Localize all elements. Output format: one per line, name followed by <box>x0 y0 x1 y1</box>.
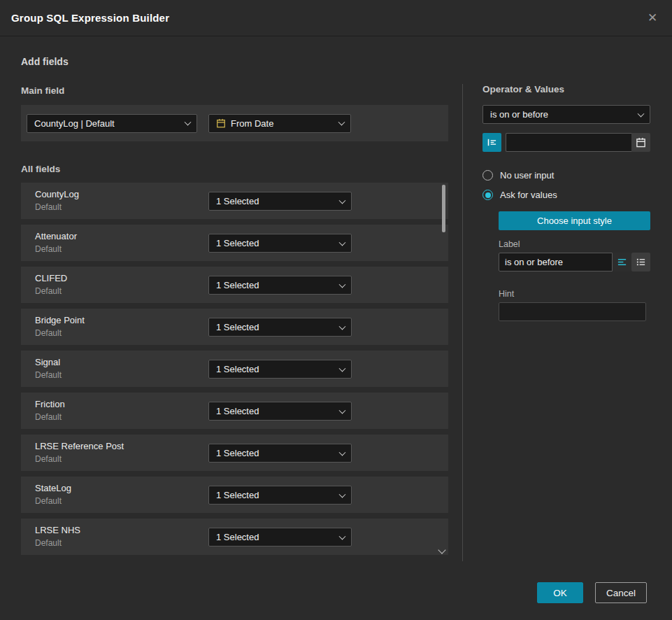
field-row: CountyLog Default 1 Selected <box>21 183 448 219</box>
chevron-down-icon <box>339 197 346 204</box>
scroll-down-icon[interactable] <box>436 546 448 557</box>
chevron-down-icon <box>339 491 346 498</box>
add-fields-heading: Add fields <box>21 56 69 67</box>
chevron-down-icon <box>339 533 346 540</box>
field-sublabel: Default <box>35 244 62 254</box>
all-fields-heading: All fields <box>21 164 448 174</box>
field-sublabel: Default <box>35 454 62 464</box>
field-sublabel: Default <box>35 328 62 338</box>
label-row <box>499 253 650 272</box>
radio-ask-for-values[interactable]: Ask for values <box>482 190 650 200</box>
hint-label: Hint <box>499 289 650 299</box>
field-selection-select[interactable]: 1 Selected <box>208 318 352 337</box>
field-selection-select[interactable]: 1 Selected <box>208 528 352 547</box>
field-name: Bridge Point <box>35 315 85 325</box>
field-selection-select[interactable]: 1 Selected <box>208 192 352 211</box>
field-selection-value: 1 Selected <box>216 238 259 248</box>
date-picker-icon[interactable] <box>631 133 650 152</box>
field-sublabel: Default <box>35 370 62 380</box>
field-row: Bridge Point Default 1 Selected <box>21 309 448 345</box>
list-input-style-icon[interactable] <box>631 253 650 272</box>
field-selection-value: 1 Selected <box>216 406 259 416</box>
field-row: LRSE NHS Default 1 Selected <box>21 519 448 555</box>
input-mode-icon[interactable] <box>482 133 501 152</box>
date-field-select[interactable]: From Date <box>208 114 351 133</box>
label-input[interactable] <box>499 253 613 272</box>
date-field-select-value: From Date <box>231 118 273 129</box>
field-selection-value: 1 Selected <box>216 448 259 458</box>
value-row <box>482 133 650 152</box>
field-selection-select[interactable]: 1 Selected <box>208 402 352 421</box>
main-field-row: CountyLog | Default From Date <box>21 105 448 141</box>
operator-select[interactable]: is on or before <box>482 105 650 124</box>
field-selection-select[interactable]: 1 Selected <box>208 276 352 295</box>
chevron-down-icon <box>339 239 346 246</box>
radio-circle-checked[interactable] <box>482 190 493 200</box>
chevron-down-icon <box>339 449 346 456</box>
chevron-down-icon <box>185 119 192 126</box>
chevron-down-icon <box>339 365 346 372</box>
text-input-style-icon[interactable] <box>613 253 631 272</box>
field-selection-select[interactable]: 1 Selected <box>208 234 352 253</box>
dialog-title: Group SQL Expression Builder <box>11 12 169 24</box>
layer-select-value: CountyLog | Default <box>34 118 115 129</box>
chevron-down-icon <box>339 407 346 414</box>
chevron-down-icon <box>338 119 345 126</box>
field-row: Signal Default 1 Selected <box>21 351 448 387</box>
field-sublabel: Default <box>35 286 62 296</box>
label-label: Label <box>499 239 650 249</box>
field-sublabel: Default <box>35 496 62 506</box>
all-fields-list: CountyLog Default 1 Selected Attenuator … <box>21 183 448 555</box>
radio-circle[interactable] <box>482 170 493 181</box>
hint-input[interactable] <box>499 302 646 321</box>
layer-select[interactable]: CountyLog | Default <box>27 114 197 133</box>
field-sublabel: Default <box>35 538 62 548</box>
field-name: CLIFED <box>35 273 67 283</box>
operator-values-panel: Operator & Values is on or before <box>482 84 650 321</box>
chevron-down-icon <box>339 323 346 330</box>
radio-no-user-input-label: No user input <box>500 170 554 181</box>
vertical-divider <box>462 84 463 561</box>
field-selection-value: 1 Selected <box>216 280 259 290</box>
ok-button[interactable]: OK <box>537 582 583 603</box>
scrollbar-thumb[interactable] <box>442 185 445 232</box>
field-name: Friction <box>35 399 65 409</box>
field-name: StateLog <box>35 483 71 493</box>
operator-select-value: is on or before <box>490 109 548 120</box>
field-sublabel: Default <box>35 412 62 422</box>
dialog-titlebar: Group SQL Expression Builder ✕ <box>0 0 672 36</box>
user-input-radio-group: No user input Ask for values <box>482 170 650 200</box>
radio-ask-for-values-label: Ask for values <box>500 190 557 200</box>
field-selection-select[interactable]: 1 Selected <box>208 486 352 505</box>
dialog-footer: OK Cancel <box>537 582 647 603</box>
field-selection-value: 1 Selected <box>216 490 259 500</box>
chevron-down-icon <box>638 110 645 117</box>
field-selection-select[interactable]: 1 Selected <box>208 360 352 379</box>
field-row: Attenuator Default 1 Selected <box>21 225 448 261</box>
field-name: CountyLog <box>35 189 79 199</box>
field-row: StateLog Default 1 Selected <box>21 477 448 513</box>
field-row: CLIFED Default 1 Selected <box>21 267 448 303</box>
field-name: LRSE Reference Post <box>35 441 124 451</box>
choose-input-style-button[interactable]: Choose input style <box>499 211 650 230</box>
fields-panel: Main field CountyLog | Default From Date… <box>21 85 448 561</box>
calendar-icon <box>216 118 226 128</box>
field-selection-value: 1 Selected <box>216 532 259 542</box>
main-field-heading: Main field <box>21 85 448 96</box>
operator-values-heading: Operator & Values <box>482 84 650 94</box>
field-selection-value: 1 Selected <box>216 322 259 332</box>
field-name: Signal <box>35 357 60 367</box>
field-name: Attenuator <box>35 231 77 241</box>
field-sublabel: Default <box>35 202 62 212</box>
field-row: LRSE Reference Post Default 1 Selected <box>21 435 448 471</box>
radio-no-user-input[interactable]: No user input <box>482 170 650 181</box>
chevron-down-icon <box>339 281 346 288</box>
field-selection-value: 1 Selected <box>216 364 259 374</box>
field-selection-select[interactable]: 1 Selected <box>208 444 352 463</box>
value-input[interactable] <box>506 133 631 152</box>
close-icon[interactable]: ✕ <box>643 8 662 28</box>
ask-for-values-options: Choose input style Label <box>499 209 650 321</box>
cancel-button[interactable]: Cancel <box>595 582 647 603</box>
field-name: LRSE NHS <box>35 525 80 535</box>
field-row: Friction Default 1 Selected <box>21 393 448 429</box>
